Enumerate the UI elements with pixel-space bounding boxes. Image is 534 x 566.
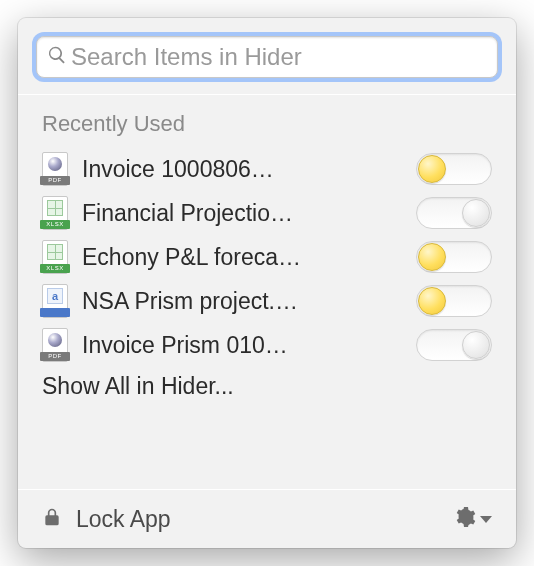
lock-icon — [42, 506, 62, 532]
toggle-knob — [462, 199, 490, 227]
list-item[interactable]: NSA Prism project.… — [18, 279, 516, 323]
file-pdf-icon: PDF — [42, 152, 68, 186]
item-label: Echony P&L foreca… — [82, 244, 402, 271]
list-item[interactable]: PDFInvoice Prism 010… — [18, 323, 516, 367]
show-all-link[interactable]: Show All in Hider... — [18, 367, 516, 408]
search-input[interactable] — [71, 37, 487, 77]
hide-toggle[interactable] — [416, 329, 492, 361]
chevron-down-icon — [480, 516, 492, 523]
file-pdf-icon: PDF — [42, 328, 68, 362]
section-title: Recently Used — [18, 105, 516, 147]
hide-toggle[interactable] — [416, 153, 492, 185]
list-item[interactable]: XLSXFinancial Projectio… — [18, 191, 516, 235]
lock-app-button[interactable]: Lock App — [76, 506, 438, 533]
file-xls-icon: XLSX — [42, 196, 68, 230]
footer-bar: Lock App — [18, 490, 516, 548]
item-label: NSA Prism project.… — [82, 288, 402, 315]
item-label: Invoice Prism 010… — [82, 332, 402, 359]
list-item[interactable]: XLSXEchony P&L foreca… — [18, 235, 516, 279]
toggle-knob — [418, 243, 446, 271]
toggle-knob — [462, 331, 490, 359]
search-icon — [47, 45, 71, 69]
search-area — [18, 18, 516, 94]
hide-toggle[interactable] — [416, 241, 492, 273]
recently-used-section: Recently Used PDFInvoice 1000806…XLSXFin… — [18, 95, 516, 489]
item-label: Invoice 1000806… — [82, 156, 402, 183]
hide-toggle[interactable] — [416, 197, 492, 229]
file-doc-icon — [42, 284, 68, 318]
toggle-knob — [418, 287, 446, 315]
file-xls-icon: XLSX — [42, 240, 68, 274]
item-label: Financial Projectio… — [82, 200, 402, 227]
settings-menu-button[interactable] — [452, 505, 492, 533]
toggle-knob — [418, 155, 446, 183]
hide-toggle[interactable] — [416, 285, 492, 317]
search-field[interactable] — [36, 36, 498, 78]
list-item[interactable]: PDFInvoice 1000806… — [18, 147, 516, 191]
hider-popover-panel: Recently Used PDFInvoice 1000806…XLSXFin… — [18, 18, 516, 548]
gear-icon — [452, 505, 476, 533]
